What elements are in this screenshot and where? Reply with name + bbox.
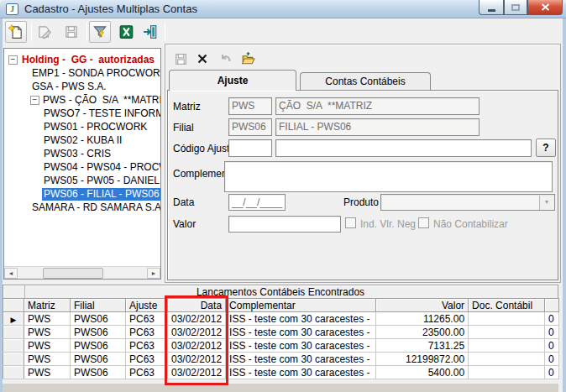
- column-header-data[interactable]: Data: [168, 299, 226, 312]
- save-record-button[interactable]: [60, 21, 82, 43]
- table-row[interactable]: PWS PWS06 PC63 03/02/2012 ISS - teste co…: [3, 353, 559, 366]
- column-header-matriz[interactable]: Matriz: [24, 299, 71, 312]
- filter-button[interactable]: [89, 21, 111, 43]
- tree-item[interactable]: EMP1 - SONDA PROCWORK I: [4, 67, 160, 81]
- row-indicator-cell[interactable]: [3, 339, 24, 353]
- cell-matriz[interactable]: PWS: [24, 366, 71, 379]
- cell-ajuste[interactable]: PC63: [126, 326, 168, 339]
- filial-desc-field[interactable]: FILIAL - PWS06: [275, 118, 480, 136]
- cell-ajuste[interactable]: PC63: [126, 353, 168, 366]
- cell-matriz[interactable]: PWS: [24, 353, 71, 366]
- dropdown-arrow-icon[interactable]: ▼: [539, 196, 553, 210]
- grid-title: Lançamentos Contábeis Encontrados: [3, 285, 558, 299]
- codigo-ajuste-desc-field[interactable]: [275, 139, 532, 157]
- cell-doc-contabil[interactable]: [469, 366, 545, 379]
- cell-filial[interactable]: PWS06: [71, 339, 126, 353]
- export-excel-button[interactable]: [116, 21, 138, 43]
- tab-contas-contabeis[interactable]: Contas Contábeis: [300, 72, 431, 91]
- matriz-code-field[interactable]: PWS: [228, 97, 272, 115]
- table-row[interactable]: PWS PWS06 PC63 03/02/2012 ISS - teste co…: [3, 339, 559, 353]
- cell-filial[interactable]: PWS06: [71, 312, 126, 326]
- column-header-ajuste[interactable]: Ajuste: [126, 299, 168, 312]
- tree-horizontal-scrollbar[interactable]: ◄ ►: [4, 266, 160, 279]
- cell-ajuste[interactable]: PC63: [126, 366, 168, 379]
- table-row[interactable]: PWS PWS06 PC63 03/02/2012 ISS - teste co…: [3, 366, 559, 379]
- nao-contabilizar-checkbox[interactable]: [418, 217, 429, 228]
- cell-valor[interactable]: 11265.00: [376, 312, 469, 326]
- help-button[interactable]: ?: [536, 139, 556, 157]
- collapse-expander-icon[interactable]: −: [30, 96, 39, 105]
- row-indicator-cell[interactable]: [3, 366, 24, 379]
- produto-combo[interactable]: ▼: [380, 194, 555, 211]
- form-save-button[interactable]: [170, 49, 191, 69]
- minimize-button[interactable]: [479, 0, 504, 15]
- cell-doc-contabil[interactable]: [469, 312, 545, 326]
- form-delete-button[interactable]: [192, 49, 212, 69]
- cell-ajuste[interactable]: PC63: [126, 339, 168, 353]
- close-button[interactable]: [527, 0, 563, 15]
- tree-item[interactable]: PWS03 - CRIS: [4, 148, 160, 161]
- cell-matriz[interactable]: PWS: [24, 339, 71, 353]
- row-indicator-cell[interactable]: [3, 326, 24, 339]
- tree-item[interactable]: − Holding - GG - autorizadas: [4, 54, 160, 67]
- cell-complementar[interactable]: ISS - teste com 30 caracestes -: [226, 353, 376, 366]
- cell-valor[interactable]: 7131.25: [376, 339, 469, 353]
- column-header-filial[interactable]: Filial: [71, 299, 126, 312]
- codigo-ajuste-code-field[interactable]: [228, 139, 272, 157]
- tree-item[interactable]: SAMARA - RD SAMARA S.A: [4, 201, 160, 215]
- cell-filial[interactable]: PWS06: [71, 353, 126, 366]
- tree-item[interactable]: PWSO7 - TESTE INFORMA: [4, 107, 160, 121]
- cell-valor[interactable]: 12199872.00: [376, 353, 469, 366]
- tree-item[interactable]: PWS05 - PW05 - DANIEL: [4, 175, 160, 188]
- new-record-button[interactable]: [5, 21, 27, 43]
- table-row[interactable]: ▶ PWS PWS06 PC63 03/02/2012 ISS - teste …: [3, 312, 559, 326]
- tree-item-selected[interactable]: PWS06 - FILIAL - PWS06: [4, 188, 160, 201]
- cell-complementar[interactable]: ISS - teste com 30 caracestes -: [226, 326, 376, 339]
- scroll-right-arrow-icon[interactable]: ►: [147, 268, 160, 279]
- tree-item[interactable]: PWS01 - PROCWORK: [4, 121, 160, 134]
- form-undo-button[interactable]: [216, 49, 236, 69]
- maximize-button[interactable]: [504, 0, 527, 15]
- cell-filial[interactable]: PWS06: [71, 366, 126, 379]
- filial-code-field[interactable]: PWS06: [228, 118, 272, 136]
- complemento-field[interactable]: [224, 161, 553, 192]
- edit-record-button[interactable]: [34, 21, 55, 43]
- cell-data[interactable]: 03/02/2012: [168, 353, 226, 366]
- current-row-indicator-cell[interactable]: ▶: [3, 312, 24, 326]
- cell-doc-contabil[interactable]: [469, 326, 545, 339]
- scroll-left-arrow-icon[interactable]: ◄: [4, 268, 18, 279]
- scrollbar-thumb[interactable]: [43, 268, 103, 279]
- cell-valor[interactable]: 23500.00: [376, 326, 469, 339]
- matriz-desc-field[interactable]: ÇÃO S/A **MATRIZ: [275, 97, 480, 115]
- cell-doc-contabil[interactable]: [469, 339, 545, 353]
- cell-data[interactable]: 03/02/2012: [168, 339, 226, 353]
- data-field[interactable]: __/__/____: [228, 194, 286, 211]
- cell-matriz[interactable]: PWS: [24, 326, 71, 339]
- exit-button[interactable]: [139, 21, 161, 43]
- cell-filial[interactable]: PWS06: [71, 326, 126, 339]
- form-load-button[interactable]: [238, 49, 258, 69]
- cell-matriz[interactable]: PWS: [24, 312, 71, 326]
- column-header-doc-contabil[interactable]: Doc. Contábil: [469, 299, 545, 312]
- cell-doc-contabil[interactable]: [469, 353, 545, 366]
- column-header-complementar[interactable]: Complementar: [226, 299, 376, 312]
- tab-ajuste[interactable]: Ajuste: [169, 70, 296, 91]
- tree-item[interactable]: GSA - PWS S.A.: [4, 81, 160, 94]
- collapse-expander-icon[interactable]: −: [8, 55, 18, 65]
- valor-field[interactable]: [228, 216, 341, 233]
- tree-item[interactable]: PWS04 - PWS04 - PROCW: [4, 161, 160, 175]
- tree-item[interactable]: − PWS - ÇÃO S/A **MATRIZ: [4, 94, 160, 107]
- ind-vlr-neg-checkbox[interactable]: [345, 217, 356, 228]
- cell-data[interactable]: 03/02/2012: [168, 312, 226, 326]
- cell-ajuste[interactable]: PC63: [126, 312, 168, 326]
- row-indicator-cell[interactable]: [3, 353, 24, 366]
- tree-item[interactable]: PWS02 - KUBA II: [4, 134, 160, 148]
- cell-complementar[interactable]: ISS - teste com 30 caracestes -: [226, 312, 376, 326]
- column-header-valor[interactable]: Valor: [376, 299, 469, 312]
- cell-data[interactable]: 03/02/2012: [168, 326, 226, 339]
- table-row[interactable]: PWS PWS06 PC63 03/02/2012 ISS - teste co…: [3, 326, 559, 339]
- cell-valor[interactable]: 5400.00: [376, 366, 469, 379]
- cell-complementar[interactable]: ISS - teste com 30 caracestes -: [226, 339, 376, 353]
- cell-complementar[interactable]: ISS - teste com 30 caracestes -: [226, 366, 376, 379]
- cell-data[interactable]: 03/02/2012: [168, 366, 226, 379]
